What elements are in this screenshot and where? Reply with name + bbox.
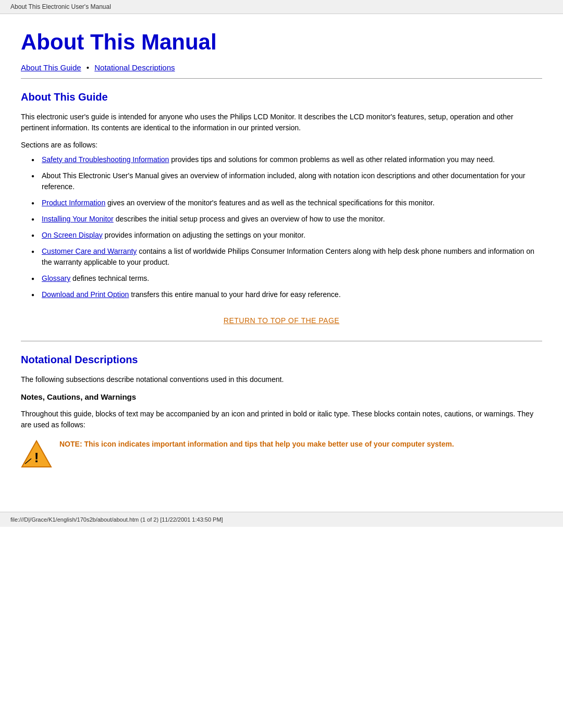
product-information-link[interactable]: Product Information [42, 199, 105, 207]
installing-monitor-link[interactable]: Installing Your Monitor [42, 215, 114, 223]
customer-care-warranty-link[interactable]: Customer Care and Warranty [42, 247, 137, 255]
nav-separator: • [87, 63, 89, 72]
footer-text: file:///D|/Grace/K1/english/170s2b/about… [10, 516, 223, 523]
footer-bar: file:///D|/Grace/K1/english/170s2b/about… [0, 512, 563, 527]
note-icon: ! [21, 439, 52, 470]
nav-link-notational-descriptions[interactable]: Notational Descriptions [94, 63, 175, 72]
section-notational-descriptions: Notational Descriptions The following su… [21, 354, 542, 470]
notes-cautions-title: Notes, Cautions, and Warnings [21, 392, 542, 401]
browser-top-bar-text: About This Electronic User's Manual [10, 3, 111, 10]
middle-divider [21, 341, 542, 341]
browser-top-bar: About This Electronic User's Manual [0, 0, 563, 14]
section1-title: About This Guide [21, 91, 542, 103]
return-link-container: RETURN TO TOP OF THE PAGE [21, 316, 542, 325]
list-item: Product Information gives an overview of… [31, 198, 542, 208]
page-title: About This Manual [21, 30, 542, 55]
svg-text:!: ! [34, 450, 39, 465]
list-item: Safety and Troubleshooting Information p… [31, 154, 542, 165]
section2-intro: The following subsections describe notat… [21, 374, 542, 385]
sections-list: Safety and Troubleshooting Information p… [21, 154, 542, 300]
list-item: Installing Your Monitor describes the in… [31, 214, 542, 225]
sections-label: Sections are as follows: [21, 141, 542, 149]
section1-intro: This electronic user's guide is intended… [21, 112, 542, 133]
safety-troubleshooting-link[interactable]: Safety and Troubleshooting Information [42, 155, 169, 164]
list-item: Download and Print Option transfers this… [31, 289, 542, 300]
note-text: NOTE: This icon indicates important info… [59, 439, 454, 450]
list-item: Glossary defines technical terms. [31, 273, 542, 284]
on-screen-display-link[interactable]: On Screen Display [42, 231, 103, 239]
note-box: ! NOTE: This icon indicates important in… [21, 439, 542, 470]
top-divider [21, 78, 542, 79]
nav-link-about-this-guide[interactable]: About This Guide [21, 63, 81, 72]
nav-links: About This Guide • Notational Descriptio… [21, 63, 542, 72]
content-area: About This Manual About This Guide • Not… [0, 14, 563, 491]
return-to-top-link[interactable]: RETURN TO TOP OF THE PAGE [224, 316, 339, 325]
list-item: Customer Care and Warranty contains a li… [31, 246, 542, 268]
download-print-link[interactable]: Download and Print Option [42, 290, 129, 299]
notes-intro: Throughout this guide, blocks of text ma… [21, 409, 542, 430]
section2-title: Notational Descriptions [21, 354, 542, 366]
list-item: On Screen Display provides information o… [31, 230, 542, 241]
list-item: About This Electronic User's Manual give… [31, 170, 542, 192]
section-about-this-guide: About This Guide This electronic user's … [21, 91, 542, 325]
glossary-link[interactable]: Glossary [42, 274, 70, 282]
